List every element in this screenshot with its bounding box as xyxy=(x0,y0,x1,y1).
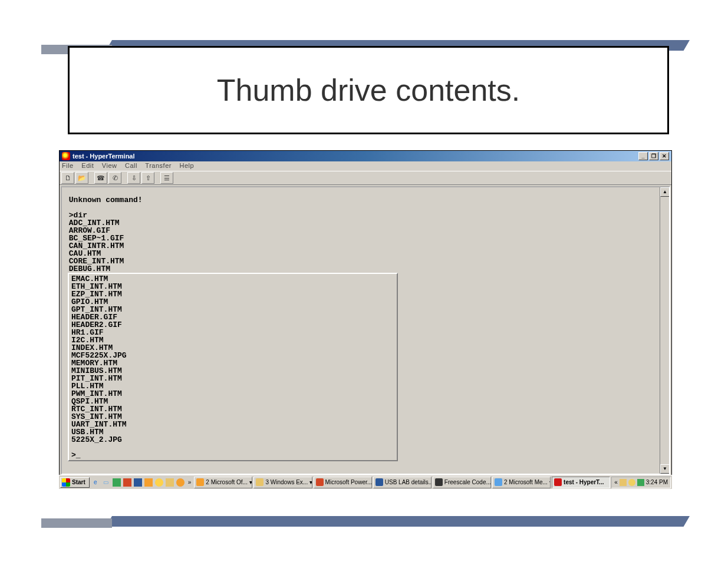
tray-clock[interactable]: 3:24 PM xyxy=(646,479,668,485)
taskbar-item-icon xyxy=(256,478,263,486)
windows-taskbar: Start e ▭ » 2 Microsoft Of...▾3 Windows … xyxy=(59,475,672,489)
minimize-button[interactable]: _ xyxy=(638,152,648,160)
taskbar-item-5[interactable]: 2 Microsoft Me...▾ xyxy=(492,477,551,488)
taskbar-item-icon xyxy=(495,478,502,486)
taskbar-item-label: 3 Windows Ex... xyxy=(265,479,308,485)
app-icon xyxy=(62,152,70,160)
taskbar-item-icon xyxy=(435,478,443,486)
toolbar-send-icon[interactable]: ⇩ xyxy=(127,172,140,184)
quicklaunch-app5-icon[interactable] xyxy=(154,478,164,487)
taskbar-item-icon xyxy=(554,478,562,486)
taskbar-item-icon xyxy=(196,478,204,486)
taskbar-item-4[interactable]: Freescale Code... xyxy=(433,477,491,488)
taskbar-item-label: Freescale Code... xyxy=(444,479,491,485)
taskbar-item-label: 2 Microsoft Me... xyxy=(504,479,548,485)
taskbar-item-label: Microsoft Power... xyxy=(325,479,372,485)
taskbar-item-dropdown-icon[interactable]: ▾ xyxy=(549,479,551,485)
scrollbar-vertical[interactable]: ▲ ▼ xyxy=(660,187,669,474)
scroll-down-button[interactable]: ▼ xyxy=(660,464,670,474)
quicklaunch-app4-icon[interactable] xyxy=(144,478,153,487)
quicklaunch-desktop-icon[interactable]: ▭ xyxy=(101,478,111,487)
menu-call[interactable]: Call xyxy=(125,162,137,169)
taskbar-item-icon xyxy=(316,478,324,486)
start-button[interactable]: Start xyxy=(60,477,90,488)
window-titlebar[interactable]: test - HyperTerminal _ ❐ ✕ xyxy=(60,151,671,161)
close-button[interactable]: ✕ xyxy=(660,152,669,160)
taskbar-item-label: test - HyperT... xyxy=(564,479,604,485)
restore-button[interactable]: ❐ xyxy=(649,152,658,160)
quicklaunch-app3-icon[interactable] xyxy=(133,478,143,487)
quicklaunch-ie-icon[interactable]: e xyxy=(91,478,100,487)
windows-flag-icon xyxy=(62,478,70,487)
taskbar-item-dropdown-icon[interactable]: ▾ xyxy=(309,479,312,485)
quicklaunch-app1-icon[interactable] xyxy=(112,478,121,487)
terminal-output-overlay: EMAC.HTM ETH_INT.HTM EZP_INT.HTM GPIO.HT… xyxy=(68,273,398,461)
tray-icon-3[interactable] xyxy=(637,479,644,486)
tray-icon-2[interactable] xyxy=(628,479,635,486)
menu-transfer[interactable]: Transfer xyxy=(145,162,172,169)
slide-title: Thumb drive contents. xyxy=(217,72,520,108)
taskbar-item-icon xyxy=(375,478,383,486)
tray-icon-1[interactable] xyxy=(620,479,627,486)
taskbar-item-label: 2 Microsoft Of... xyxy=(206,479,248,485)
quicklaunch-app2-icon[interactable] xyxy=(123,478,132,487)
system-tray[interactable]: « 3:24 PM xyxy=(611,477,671,488)
taskbar-item-6[interactable]: test - HyperT... xyxy=(552,477,610,488)
start-label: Start xyxy=(72,479,85,485)
slide-title-box: Thumb drive contents. xyxy=(68,46,669,134)
toolbar-connect-icon[interactable]: ☎ xyxy=(94,172,107,184)
toolbar-disconnect-icon[interactable]: ✆ xyxy=(108,172,121,184)
scroll-up-button[interactable]: ▲ xyxy=(660,187,670,197)
menu-file[interactable]: File xyxy=(62,162,74,169)
taskbar-item-label: USB LAB details... xyxy=(385,479,431,485)
tray-chevron-icon[interactable]: « xyxy=(614,479,618,485)
taskbar-item-dropdown-icon[interactable]: ▾ xyxy=(249,479,252,485)
toolbar-properties-icon[interactable]: ☰ xyxy=(160,172,173,184)
menu-view[interactable]: View xyxy=(102,162,117,169)
taskbar-item-2[interactable]: Microsoft Power... xyxy=(314,477,372,488)
slide-decor-bottom-left xyxy=(41,518,112,528)
taskbar-item-3[interactable]: USB LAB details... xyxy=(373,477,431,488)
taskbar-item-1[interactable]: 3 Windows Ex...▾ xyxy=(253,477,312,488)
quicklaunch-app7-icon[interactable] xyxy=(176,478,185,487)
toolbar-receive-icon[interactable]: ⇧ xyxy=(141,172,154,184)
quicklaunch-more-icon[interactable]: » xyxy=(186,479,193,485)
menu-edit[interactable]: Edit xyxy=(81,162,94,169)
menu-bar: File Edit View Call Transfer Help xyxy=(60,161,671,171)
taskbar-item-0[interactable]: 2 Microsoft Of...▾ xyxy=(194,477,252,488)
toolbar-new-icon[interactable]: 🗋 xyxy=(61,172,74,184)
menu-help[interactable]: Help xyxy=(179,162,194,169)
slide-decor-bottom xyxy=(106,516,690,527)
toolbar: 🗋 📂 ☎ ✆ ⇩ ⇧ ☰ xyxy=(60,171,671,185)
toolbar-open-icon[interactable]: 📂 xyxy=(75,172,88,184)
window-title: test - HyperTerminal xyxy=(73,153,135,160)
quicklaunch-app6-icon[interactable] xyxy=(165,478,174,487)
